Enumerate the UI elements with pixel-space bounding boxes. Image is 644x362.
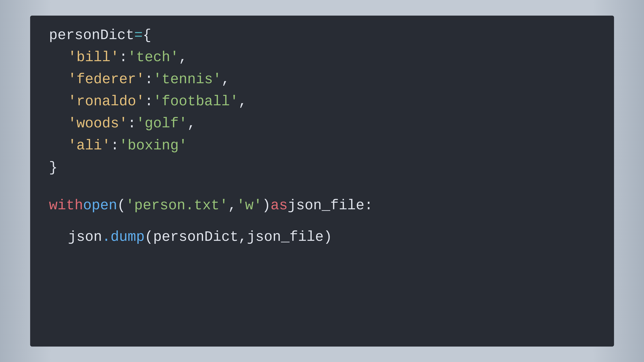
func-open: open <box>83 198 117 213</box>
open-paren: ( <box>117 198 126 213</box>
line-dict-close: } <box>49 161 595 175</box>
func-dump: dump <box>110 230 145 244</box>
comma-ronaldo: , <box>238 94 247 109</box>
comma-woods: , <box>187 116 196 131</box>
operator-equals: = <box>134 28 143 42</box>
dump-arg-jsonfile: json_file <box>247 230 324 244</box>
line-dict-open: personDict = { <box>49 28 595 42</box>
colon-with: : <box>364 198 373 213</box>
colon-federer: : <box>145 72 153 87</box>
comma-bill: , <box>179 50 187 64</box>
line-json-dump: json . dump ( personDict , json_file ) <box>68 230 595 244</box>
close-brace: } <box>49 161 58 175</box>
module-json: json <box>68 230 102 244</box>
keyword-with: with <box>49 198 83 213</box>
key-ali: 'ali' <box>68 139 110 153</box>
val-tennis: 'tennis' <box>153 72 222 87</box>
key-woods: 'woods' <box>68 116 128 131</box>
line-bill: 'bill' : 'tech' , <box>68 50 595 64</box>
comma-federer: , <box>222 72 230 87</box>
colon-bill: : <box>119 50 128 64</box>
var-json-file: json_file <box>288 198 364 213</box>
code-panel: personDict = { 'bill' : 'tech' , 'federe… <box>30 15 614 347</box>
filename: 'person.txt' <box>126 198 228 213</box>
dump-paren-close: ) <box>324 230 332 244</box>
open-brace: { <box>143 28 151 42</box>
line-ronaldo: 'ronaldo' : 'football' , <box>68 94 595 109</box>
colon-woods: : <box>128 116 136 131</box>
comma-open: , <box>228 198 236 213</box>
key-bill: 'bill' <box>68 50 119 64</box>
colon-ali: : <box>110 139 119 153</box>
line-federer: 'federer' : 'tennis' , <box>68 72 595 87</box>
dump-comma: , <box>238 230 247 244</box>
val-boxing: 'boxing' <box>119 139 187 153</box>
dump-arg-persondict: personDict <box>153 230 238 244</box>
code-block: personDict = { 'bill' : 'tech' , 'federe… <box>49 28 595 334</box>
val-football: 'football' <box>153 94 238 109</box>
var-persondict: personDict <box>49 28 134 42</box>
dot-dump: . <box>102 230 110 244</box>
line-ali: 'ali' : 'boxing' <box>68 139 595 153</box>
colon-ronaldo: : <box>145 94 153 109</box>
key-ronaldo: 'ronaldo' <box>68 94 145 109</box>
close-paren-open: ) <box>262 198 271 213</box>
val-golf: 'golf' <box>136 116 187 131</box>
background: personDict = { 'bill' : 'tech' , 'federe… <box>0 0 644 362</box>
key-federer: 'federer' <box>68 72 145 87</box>
dump-paren-open: ( <box>145 230 153 244</box>
mode-w: 'w' <box>236 198 262 213</box>
keyword-as: as <box>271 198 288 213</box>
line-woods: 'woods' : 'golf' , <box>68 116 595 131</box>
line-with: with open ( 'person.txt' , 'w' ) as json… <box>49 198 595 213</box>
val-tech: 'tech' <box>128 50 179 64</box>
